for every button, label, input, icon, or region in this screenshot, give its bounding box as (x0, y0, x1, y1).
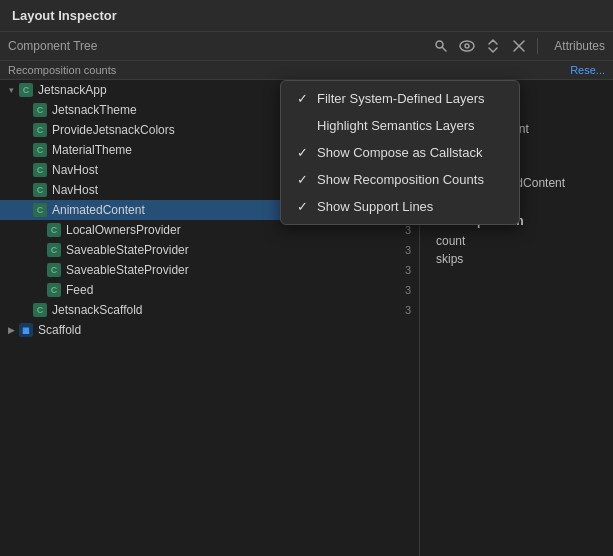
toolbar-divider (537, 38, 538, 54)
attr-key: count (436, 234, 465, 248)
tree-item-label: LocalOwnersProvider (66, 223, 391, 237)
dropdown-item-label: Highlight Semantics Layers (317, 118, 503, 133)
svg-point-3 (465, 44, 469, 48)
svg-point-2 (460, 41, 474, 51)
tree-item-saveable-2[interactable]: C SaveableStateProvider 3 (0, 260, 419, 280)
dropdown-item-label: Show Support Lines (317, 199, 503, 214)
dropdown-item-label: Show Compose as Callstack (317, 145, 503, 160)
tree-item-feed[interactable]: C Feed 3 (0, 280, 419, 300)
close-icon[interactable] (509, 36, 529, 56)
tree-item-jetsnack-scaffold[interactable]: C JetsnackScaffold 3 (0, 300, 419, 320)
main-content: ▾ C JetsnackApp C JetsnackTheme C Provid… (0, 80, 613, 556)
attr-row-skips: skips (420, 250, 613, 268)
tree-item-scaffold[interactable]: ▶ ▦ Scaffold (0, 320, 419, 340)
toolbar: Component Tree Attrib (0, 32, 613, 61)
svg-point-0 (436, 41, 443, 48)
dropdown-menu: ✓ Filter System-Defined Layers Highlight… (280, 80, 520, 225)
dropdown-item-filter-system[interactable]: ✓ Filter System-Defined Layers (281, 85, 519, 112)
dropdown-item-show-support[interactable]: ✓ Show Support Lines (281, 193, 519, 220)
compose-icon: C (18, 82, 34, 98)
dropdown-item-show-recomposition[interactable]: ✓ Show Recomposition Counts (281, 166, 519, 193)
component-tree-label: Component Tree (8, 39, 423, 53)
attributes-label: Attributes (546, 39, 605, 53)
app-title: Layout Inspector (12, 8, 117, 23)
recomposition-label: Recomposition counts (8, 64, 116, 76)
tree-item-label: Scaffold (38, 323, 419, 337)
recomposition-count: 3 (391, 304, 411, 316)
title-bar: Layout Inspector (0, 0, 613, 32)
svg-line-1 (443, 48, 447, 52)
reset-link[interactable]: Rese... (570, 64, 605, 76)
search-icon[interactable] (431, 36, 451, 56)
dropdown-item-show-compose[interactable]: ✓ Show Compose as Callstack (281, 139, 519, 166)
attr-row-count: count (420, 232, 613, 250)
recomposition-bar: Recomposition counts Rese... (0, 61, 613, 80)
tree-item-label: Feed (66, 283, 391, 297)
toolbar-icons (431, 36, 529, 56)
check-icon: ✓ (297, 172, 317, 187)
recomposition-count: 3 (391, 224, 411, 236)
attr-key: skips (436, 252, 463, 266)
tree-item-label: SaveableStateProvider (66, 263, 391, 277)
recomposition-count: 3 (391, 264, 411, 276)
updown-icon[interactable] (483, 36, 503, 56)
check-icon: ✓ (297, 145, 317, 160)
check-icon: ✓ (297, 199, 317, 214)
recomposition-count: 3 (391, 244, 411, 256)
recomposition-count: 3 (391, 284, 411, 296)
chevron-icon: ▾ (4, 85, 18, 95)
dropdown-item-label: Filter System-Defined Layers (317, 91, 503, 106)
dropdown-item-highlight-semantics[interactable]: Highlight Semantics Layers (281, 112, 519, 139)
tree-item-saveable-1[interactable]: C SaveableStateProvider 3 (0, 240, 419, 260)
dropdown-item-label: Show Recomposition Counts (317, 172, 503, 187)
tree-item-label: SaveableStateProvider (66, 243, 391, 257)
eye-icon[interactable] (457, 36, 477, 56)
tree-item-label: JetsnackScaffold (52, 303, 391, 317)
check-icon: ✓ (297, 91, 317, 106)
